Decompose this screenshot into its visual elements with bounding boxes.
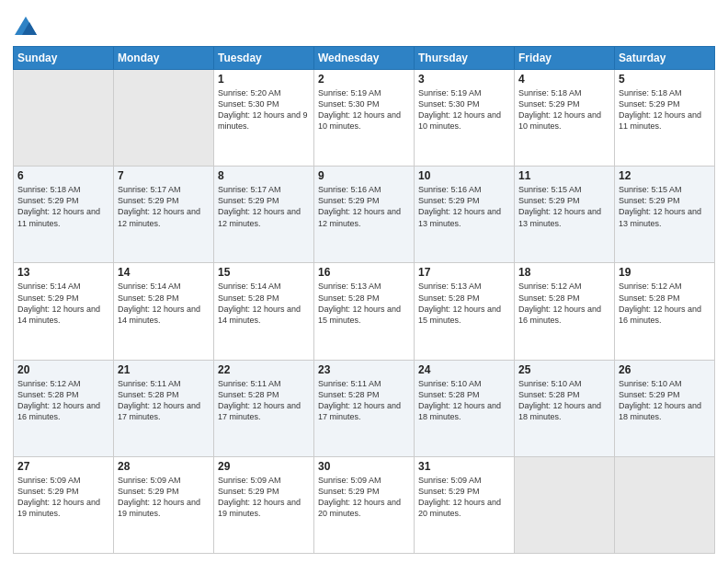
day-info: Sunrise: 5:12 AMSunset: 5:28 PMDaylight:… [619,281,711,326]
day-number: 9 [318,169,410,182]
day-info: Sunrise: 5:15 AMSunset: 5:29 PMDaylight:… [619,184,711,229]
header-day-thursday: Thursday [415,47,515,70]
header-day-sunday: Sunday [14,47,114,70]
day-number: 19 [619,266,711,279]
day-info: Sunrise: 5:13 AMSunset: 5:28 PMDaylight:… [418,281,510,326]
day-info: Sunrise: 5:17 AMSunset: 5:29 PMDaylight:… [118,184,210,229]
day-info: Sunrise: 5:10 AMSunset: 5:28 PMDaylight:… [418,378,510,423]
calendar-cell: 22Sunrise: 5:11 AMSunset: 5:28 PMDayligh… [214,360,314,456]
day-number: 11 [518,169,610,182]
calendar-cell [14,70,114,167]
day-number: 27 [17,460,109,473]
day-info: Sunrise: 5:16 AMSunset: 5:29 PMDaylight:… [418,184,510,229]
day-info: Sunrise: 5:18 AMSunset: 5:29 PMDaylight:… [619,87,711,132]
day-info: Sunrise: 5:09 AMSunset: 5:29 PMDaylight:… [318,475,410,520]
header-row: SundayMondayTuesdayWednesdayThursdayFrid… [14,47,715,70]
day-number: 25 [518,363,610,376]
day-number: 24 [418,363,510,376]
day-number: 22 [218,363,310,376]
day-number: 2 [318,73,410,86]
day-info: Sunrise: 5:13 AMSunset: 5:28 PMDaylight:… [318,281,410,326]
calendar-cell: 17Sunrise: 5:13 AMSunset: 5:28 PMDayligh… [415,263,515,360]
day-info: Sunrise: 5:12 AMSunset: 5:28 PMDaylight:… [518,281,610,326]
header-day-tuesday: Tuesday [214,47,314,70]
calendar-cell: 9Sunrise: 5:16 AMSunset: 5:29 PMDaylight… [314,167,415,263]
day-info: Sunrise: 5:18 AMSunset: 5:29 PMDaylight:… [17,184,109,229]
calendar-cell: 6Sunrise: 5:18 AMSunset: 5:29 PMDaylight… [14,167,114,263]
week-row-3: 13Sunrise: 5:14 AMSunset: 5:29 PMDayligh… [14,263,715,360]
day-number: 13 [17,266,109,279]
day-info: Sunrise: 5:09 AMSunset: 5:29 PMDaylight:… [118,475,210,520]
day-info: Sunrise: 5:17 AMSunset: 5:29 PMDaylight:… [218,184,310,229]
header-day-monday: Monday [114,47,214,70]
calendar: SundayMondayTuesdayWednesdayThursdayFrid… [13,46,715,554]
day-number: 3 [418,73,510,86]
calendar-cell: 30Sunrise: 5:09 AMSunset: 5:29 PMDayligh… [314,456,415,553]
day-number: 17 [418,266,510,279]
calendar-cell: 31Sunrise: 5:09 AMSunset: 5:29 PMDayligh… [415,456,515,553]
day-info: Sunrise: 5:18 AMSunset: 5:29 PMDaylight:… [518,87,610,132]
week-row-4: 20Sunrise: 5:12 AMSunset: 5:28 PMDayligh… [14,360,715,456]
calendar-cell: 29Sunrise: 5:09 AMSunset: 5:29 PMDayligh… [214,456,314,553]
week-row-1: 1Sunrise: 5:20 AMSunset: 5:30 PMDaylight… [14,70,715,167]
day-info: Sunrise: 5:14 AMSunset: 5:28 PMDaylight:… [118,281,210,326]
calendar-cell: 15Sunrise: 5:14 AMSunset: 5:28 PMDayligh… [214,263,314,360]
header-day-friday: Friday [515,47,615,70]
calendar-cell: 2Sunrise: 5:19 AMSunset: 5:30 PMDaylight… [314,70,415,167]
day-info: Sunrise: 5:19 AMSunset: 5:30 PMDaylight:… [418,87,510,132]
calendar-cell: 27Sunrise: 5:09 AMSunset: 5:29 PMDayligh… [14,456,114,553]
day-info: Sunrise: 5:15 AMSunset: 5:29 PMDaylight:… [518,184,610,229]
day-number: 14 [118,266,210,279]
calendar-cell: 25Sunrise: 5:10 AMSunset: 5:28 PMDayligh… [515,360,615,456]
day-info: Sunrise: 5:10 AMSunset: 5:29 PMDaylight:… [619,378,711,423]
calendar-cell: 3Sunrise: 5:19 AMSunset: 5:30 PMDaylight… [415,70,515,167]
calendar-cell: 13Sunrise: 5:14 AMSunset: 5:29 PMDayligh… [14,263,114,360]
week-row-5: 27Sunrise: 5:09 AMSunset: 5:29 PMDayligh… [14,456,715,553]
day-number: 16 [318,266,410,279]
calendar-cell: 28Sunrise: 5:09 AMSunset: 5:29 PMDayligh… [114,456,214,553]
calendar-header: SundayMondayTuesdayWednesdayThursdayFrid… [14,47,715,70]
day-info: Sunrise: 5:20 AMSunset: 5:30 PMDaylight:… [218,87,310,132]
calendar-cell: 24Sunrise: 5:10 AMSunset: 5:28 PMDayligh… [415,360,515,456]
calendar-cell: 8Sunrise: 5:17 AMSunset: 5:29 PMDaylight… [214,167,314,263]
day-number: 18 [518,266,610,279]
day-number: 8 [218,169,310,182]
logo [13,13,40,40]
day-number: 5 [619,73,711,86]
day-number: 30 [318,460,410,473]
logo-icon [13,15,39,40]
day-number: 12 [619,169,711,182]
day-info: Sunrise: 5:09 AMSunset: 5:29 PMDaylight:… [418,475,510,520]
calendar-body: 1Sunrise: 5:20 AMSunset: 5:30 PMDaylight… [14,70,715,554]
day-number: 28 [118,460,210,473]
calendar-cell: 16Sunrise: 5:13 AMSunset: 5:28 PMDayligh… [314,263,415,360]
day-info: Sunrise: 5:19 AMSunset: 5:30 PMDaylight:… [318,87,410,132]
calendar-cell: 7Sunrise: 5:17 AMSunset: 5:29 PMDaylight… [114,167,214,263]
day-number: 21 [118,363,210,376]
page: SundayMondayTuesdayWednesdayThursdayFrid… [0,0,728,563]
day-number: 7 [118,169,210,182]
calendar-cell: 11Sunrise: 5:15 AMSunset: 5:29 PMDayligh… [515,167,615,263]
header-day-wednesday: Wednesday [314,47,415,70]
day-info: Sunrise: 5:12 AMSunset: 5:28 PMDaylight:… [17,378,109,423]
day-number: 31 [418,460,510,473]
calendar-cell: 21Sunrise: 5:11 AMSunset: 5:28 PMDayligh… [114,360,214,456]
calendar-cell: 5Sunrise: 5:18 AMSunset: 5:29 PMDaylight… [615,70,715,167]
calendar-cell: 23Sunrise: 5:11 AMSunset: 5:28 PMDayligh… [314,360,415,456]
header-day-saturday: Saturday [615,47,715,70]
calendar-cell: 4Sunrise: 5:18 AMSunset: 5:29 PMDaylight… [515,70,615,167]
day-info: Sunrise: 5:16 AMSunset: 5:29 PMDaylight:… [318,184,410,229]
day-number: 26 [619,363,711,376]
day-number: 6 [17,169,109,182]
day-number: 15 [218,266,310,279]
day-info: Sunrise: 5:14 AMSunset: 5:28 PMDaylight:… [218,281,310,326]
calendar-cell: 19Sunrise: 5:12 AMSunset: 5:28 PMDayligh… [615,263,715,360]
calendar-cell [615,456,715,553]
calendar-cell: 14Sunrise: 5:14 AMSunset: 5:28 PMDayligh… [114,263,214,360]
header [13,9,715,40]
calendar-cell: 10Sunrise: 5:16 AMSunset: 5:29 PMDayligh… [415,167,515,263]
day-number: 20 [17,363,109,376]
calendar-cell: 12Sunrise: 5:15 AMSunset: 5:29 PMDayligh… [615,167,715,263]
day-info: Sunrise: 5:09 AMSunset: 5:29 PMDaylight:… [218,475,310,520]
calendar-cell [515,456,615,553]
